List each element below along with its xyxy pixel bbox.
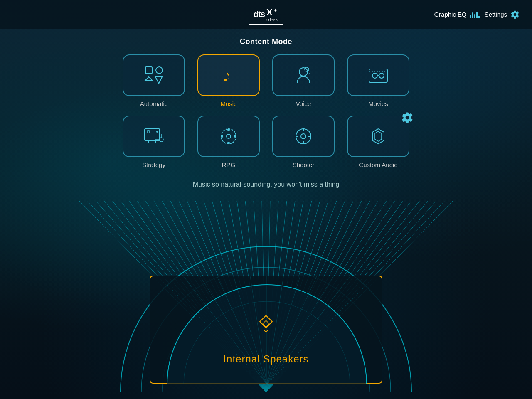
mode-music[interactable]: ♪ Music — [197, 54, 260, 107]
mode-rpg-label: RPG — [222, 161, 236, 168]
mode-automatic-label: Automatic — [140, 100, 168, 107]
mode-movies-icon-box — [347, 54, 409, 96]
eq-bar-3 — [474, 14, 475, 18]
mode-automatic[interactable]: Automatic — [123, 54, 185, 107]
svg-marker-2 — [145, 77, 152, 80]
graphic-eq-button[interactable]: Graphic EQ — [434, 11, 479, 18]
mode-voice-icon-box — [272, 54, 335, 96]
svg-rect-12 — [145, 129, 160, 140]
svg-point-1 — [156, 67, 163, 74]
header: dts X ✦ Ultra Graphic EQ Settings — [0, 0, 532, 29]
speaker-divider — [224, 345, 308, 345]
logo-x-text: X — [266, 7, 273, 18]
mode-shooter-label: Shooter — [293, 161, 315, 168]
mode-custom-audio-label: Custom Audio — [359, 161, 397, 168]
mode-music-icon-box: ♪ — [197, 54, 260, 96]
svg-point-21 — [227, 128, 230, 131]
eq-bar-2 — [472, 12, 473, 18]
music-icon: ♪ — [216, 63, 241, 88]
custom-audio-icon — [366, 124, 391, 149]
mode-strategy-icon-box — [123, 116, 185, 157]
mode-custom-audio-icon-box — [347, 116, 409, 157]
automatic-icon — [141, 63, 166, 88]
svg-rect-18 — [147, 131, 150, 133]
mode-rpg[interactable]: RPG — [197, 116, 260, 168]
svg-marker-93 — [260, 315, 272, 328]
eq-icon — [470, 11, 480, 18]
logo: dts X ✦ Ultra — [249, 5, 283, 25]
shooter-icon — [291, 124, 316, 149]
svg-point-8 — [372, 73, 377, 78]
svg-point-22 — [227, 142, 230, 144]
eq-bar-4 — [476, 12, 478, 18]
eq-bar-1 — [470, 15, 471, 18]
speaker-label: Internal Speakers — [223, 353, 308, 365]
speaker-power-icon — [254, 311, 278, 336]
speaker-section: Internal Speakers — [0, 192, 532, 392]
header-controls: Graphic EQ Settings — [434, 10, 520, 19]
svg-marker-33 — [375, 131, 382, 141]
svg-text:♪: ♪ — [222, 66, 231, 85]
logo-box: dts X ✦ Ultra — [249, 5, 283, 25]
logo-dts-text: dts — [254, 10, 265, 19]
svg-point-19 — [156, 131, 158, 133]
mode-custom-audio[interactable]: Custom Audio — [347, 116, 409, 168]
mode-shooter[interactable]: Shooter — [272, 116, 335, 168]
settings-button[interactable]: Settings — [485, 10, 520, 19]
svg-point-27 — [301, 134, 306, 139]
mode-rpg-icon-box — [197, 116, 260, 157]
settings-label: Settings — [485, 11, 507, 18]
settings-gear-icon — [510, 10, 520, 19]
strategy-icon — [141, 124, 166, 149]
content-mode-title: Content Mode — [240, 37, 292, 46]
mode-shooter-icon-box — [272, 116, 335, 157]
svg-point-25 — [227, 134, 231, 138]
main-content: Content Mode Automatic ♪ Music — [0, 29, 532, 392]
svg-point-9 — [379, 73, 384, 78]
svg-point-24 — [234, 135, 236, 138]
svg-marker-3 — [155, 77, 162, 84]
custom-audio-gear-badge — [401, 111, 414, 124]
svg-rect-13 — [149, 140, 155, 143]
svg-point-23 — [221, 135, 223, 138]
logo-star-text: ✦ — [273, 8, 277, 13]
graphic-eq-label: Graphic EQ — [434, 11, 466, 18]
mode-voice[interactable]: Voice — [272, 54, 335, 107]
speaker-card[interactable]: Internal Speakers — [150, 276, 382, 384]
mode-movies[interactable]: Movies — [347, 54, 409, 107]
mode-description: Music so natural-sounding, you won't mis… — [193, 181, 340, 188]
svg-rect-0 — [145, 67, 152, 74]
mode-movies-label: Movies — [368, 100, 388, 107]
mode-strategy-label: Strategy — [142, 161, 165, 168]
mode-voice-label: Voice — [296, 100, 311, 107]
mode-grid: Automatic ♪ Music Voice — [123, 54, 409, 168]
voice-icon — [291, 63, 316, 88]
svg-point-5 — [299, 68, 308, 76]
mode-strategy[interactable]: Strategy — [123, 116, 185, 168]
movies-icon — [366, 63, 391, 88]
rpg-icon — [216, 124, 241, 149]
custom-audio-gear-icon — [401, 105, 414, 130]
mode-automatic-icon-box — [123, 54, 185, 96]
eq-bar-5 — [478, 16, 480, 18]
logo-ultra-text: Ultra — [266, 18, 278, 22]
mode-music-label: Music — [220, 100, 236, 107]
svg-point-20 — [221, 129, 236, 144]
